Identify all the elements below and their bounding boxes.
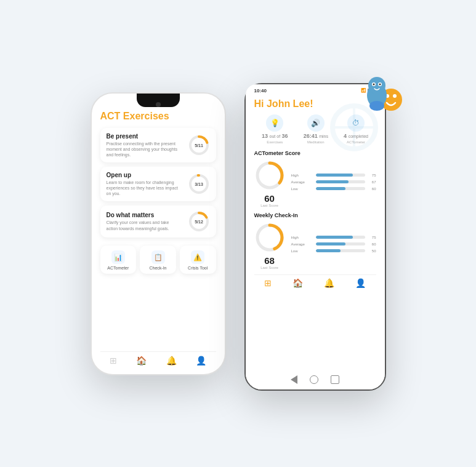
nav-profile-icon[interactable]: 👤 (196, 356, 206, 365)
back-button[interactable] (291, 375, 297, 384)
donut-1: 3/13 (188, 173, 210, 195)
phone-right: 10:40 📶 88% Hi John Lee! 💡 13 out of 36 … (244, 83, 386, 391)
camera (156, 102, 161, 107)
act-label: ACT (100, 111, 121, 121)
card-desc-2: Clarify your core values and take action… (107, 220, 180, 231)
nav-bell-icon[interactable]: 🔔 (166, 356, 177, 365)
act-title: ACT Exercises (100, 111, 216, 122)
checkin-bar-high-track (316, 236, 365, 239)
checkin-bar-avg-val: 60 (368, 242, 376, 246)
checkin-title: Weekly Check-In (254, 212, 376, 218)
checkin-icon: 📋 (151, 250, 165, 264)
exercise-card-2[interactable]: Do what matters Clarify your core values… (100, 206, 216, 237)
svg-text:3/13: 3/13 (195, 182, 203, 186)
checkin-bar-low-val: 50 (368, 249, 376, 253)
checkin-bar-high: High 75 (291, 236, 376, 239)
bottom-nav-left: ⊞ 🏠 🔔 👤 (100, 351, 216, 368)
checkin-donut-wrapper: 68 Last Score (254, 222, 285, 269)
donut-2: 5/12 (188, 210, 210, 233)
bar-avg-track (316, 180, 365, 183)
tools-row: 📊 ACTometer 📋 Check-In ⚠️ Crisis Tool (100, 245, 216, 274)
card-desc-1: Learn to make room for challenging exper… (107, 180, 180, 196)
checkin-score-label: Last Score (254, 266, 285, 269)
actometer-bar-avg: Average 67 (291, 180, 376, 184)
exercises-label: Exercises (267, 140, 283, 144)
right-nav-grid-icon[interactable]: ⊞ (264, 278, 272, 288)
checkin-bar-low-track (316, 249, 365, 252)
right-nav-home-icon[interactable]: 🏠 (292, 278, 303, 288)
bar-avg-label: Average (291, 180, 313, 184)
exercise-card-0[interactable]: Be present Practise connecting with the … (100, 128, 216, 162)
tool-actometer[interactable]: 📊 ACTometer (100, 245, 137, 274)
actometer-bar-low: Low 60 (291, 187, 376, 191)
checkin-bar-avg-label: Average (291, 242, 313, 246)
bar-high-track (316, 174, 365, 177)
svg-point-11 (393, 94, 397, 98)
mascot (357, 72, 406, 121)
nav-grid-icon[interactable]: ⊞ (110, 356, 117, 365)
home-bar (246, 372, 385, 389)
phone-left: ACT Exercises Be present Practise connec… (91, 92, 226, 375)
tool-crisis[interactable]: ⚠️ Crisis Tool (180, 245, 216, 274)
meditation-label: Meditation (307, 140, 325, 144)
actometer-score-label: Last Score (254, 204, 285, 207)
bar-high-label: High (291, 174, 313, 177)
bar-avg-val: 67 (368, 180, 376, 184)
bar-low-val: 60 (368, 187, 376, 191)
donut-0: 5/11 (188, 134, 210, 156)
card-content-1: Open up Learn to make room for challengi… (107, 172, 180, 196)
actometer-section: ACTometer Score 60 Last Score High (254, 150, 376, 207)
card-title-2: Do what matters (107, 212, 180, 218)
card-desc-0: Practise connecting with the present mom… (107, 141, 180, 158)
crisis-icon: ⚠️ (191, 250, 204, 264)
checkin-bar-high-fill (316, 236, 353, 239)
bottom-nav-right: ⊞ 🏠 🔔 👤 (254, 274, 376, 290)
meditation-num: 26:41 mins (304, 133, 328, 139)
svg-text:5/11: 5/11 (195, 143, 203, 148)
nav-home-icon[interactable]: 🏠 (136, 356, 147, 365)
actometer-donut-wrapper: 60 Last Score (254, 160, 285, 207)
checkin-bar-low: Low 50 (291, 249, 376, 253)
actometer-bar-high: High 75 (291, 174, 376, 177)
recents-button[interactable] (331, 375, 339, 384)
left-screen: ACT Exercises Be present Practise connec… (92, 94, 225, 374)
actometer-score-row: 60 Last Score High 75 Average (254, 160, 376, 207)
checkin-score-row: 68 Last Score High 75 Average (254, 222, 376, 269)
exercises-num: 13 out of 36 (262, 133, 288, 139)
svg-point-18 (369, 101, 384, 111)
checkin-bar-low-fill (316, 249, 341, 252)
card-title-1: Open up (107, 172, 180, 178)
svg-text:5/12: 5/12 (195, 220, 203, 224)
scene: ACT Exercises Be present Practise connec… (78, 65, 398, 403)
actometer-label: ACTometer (107, 266, 129, 270)
bar-high-val: 75 (368, 174, 376, 177)
bar-low-label: Low (291, 187, 313, 191)
bar-low-track (316, 187, 365, 190)
checkin-bars: High 75 Average 60 (291, 236, 376, 256)
card-content-0: Be present Practise connecting with the … (107, 133, 180, 158)
actometer-bars: High 75 Average 67 (291, 174, 376, 194)
tool-checkin[interactable]: 📋 Check-In (140, 245, 176, 274)
actometer-score-val: 60 (254, 193, 285, 204)
right-nav-bell-icon[interactable]: 🔔 (324, 278, 334, 288)
exercise-card-1[interactable]: Open up Learn to make room for challengi… (100, 167, 216, 201)
card-title-0: Be present (107, 133, 180, 140)
bar-high-fill (316, 174, 353, 177)
stat-meditation: 🔊 26:41 mins Meditation (304, 114, 328, 144)
checkin-bar-avg: Average 60 (291, 242, 376, 246)
exercises-icon: 💡 (266, 114, 283, 132)
status-time: 10:40 (254, 88, 267, 94)
right-nav-profile-icon[interactable]: 👤 (355, 278, 366, 288)
checkin-bar-low-label: Low (291, 249, 313, 253)
notch (137, 94, 180, 107)
checkin-bar-avg-track (316, 242, 365, 245)
checkin-section: Weekly Check-In 68 Last Score High (254, 212, 376, 269)
svg-point-16 (373, 83, 374, 85)
svg-point-17 (379, 83, 381, 85)
checkin-bar-high-val: 75 (368, 236, 376, 239)
card-content-2: Do what matters Clarify your core values… (107, 212, 180, 231)
home-button[interactable] (310, 375, 318, 384)
checkin-bar-high-label: High (291, 236, 313, 239)
hi-text: Hi (254, 98, 267, 109)
crisis-label: Crisis Tool (188, 266, 208, 270)
